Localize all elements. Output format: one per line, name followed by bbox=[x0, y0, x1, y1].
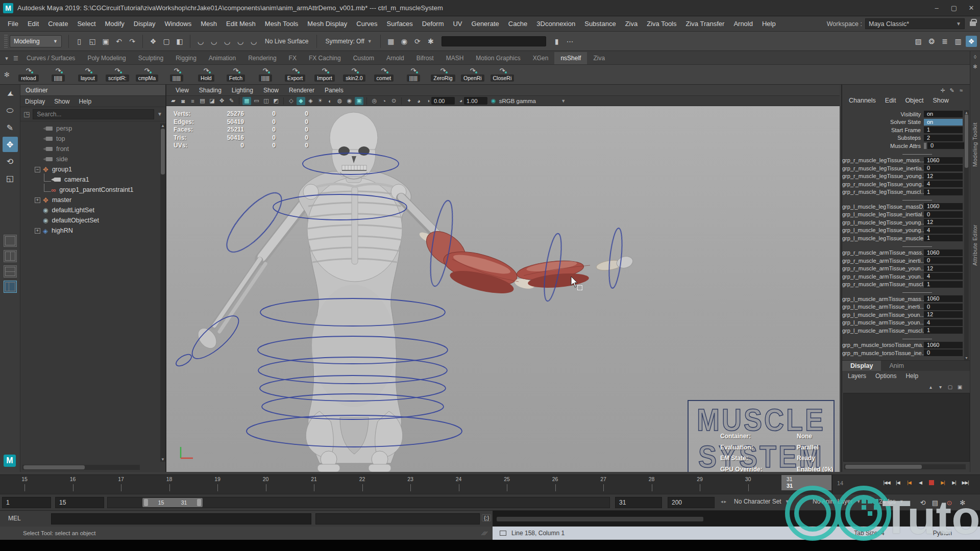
shelf-button-item[interactable]: ↷|||||| bbox=[162, 68, 191, 82]
select-component-icon[interactable]: ◧ bbox=[174, 36, 185, 47]
empty-layer-icon[interactable]: ▢ bbox=[945, 383, 955, 391]
shelf-list-icon[interactable]: ☰ bbox=[11, 55, 20, 62]
camera-attributes-icon[interactable]: ≡ bbox=[188, 97, 197, 105]
step-forward-frame-button[interactable]: ▶| bbox=[948, 477, 960, 488]
fps-select[interactable]: 24 fps▼ bbox=[879, 498, 904, 505]
expression-icon[interactable]: ✎ bbox=[947, 86, 957, 94]
range-start-handle[interactable] bbox=[144, 499, 148, 506]
channel-value-field[interactable]: 0 bbox=[924, 257, 963, 264]
menu-item-curves[interactable]: Curves bbox=[352, 18, 382, 30]
bookmark-icon[interactable]: ▤ bbox=[930, 497, 940, 508]
menu-item-mesh-display[interactable]: Mesh Display bbox=[303, 18, 352, 30]
shelf-button-scriptr[interactable]: ↷scriptR: bbox=[103, 68, 132, 82]
channel-value-field[interactable]: 0 bbox=[924, 349, 963, 356]
menu-item-edit-mesh[interactable]: Edit Mesh bbox=[222, 18, 260, 30]
menu-item-edit[interactable]: Edit bbox=[23, 18, 43, 30]
channel-value-field[interactable]: 0 bbox=[924, 165, 963, 171]
menu-item-substance[interactable]: Substance bbox=[580, 18, 620, 30]
save-scene-icon[interactable]: ▣ bbox=[100, 36, 111, 47]
render-view-icon[interactable]: ▦ bbox=[385, 36, 397, 47]
menu-set-select[interactable]: Modeling ▼ bbox=[10, 35, 62, 47]
channel-value-field[interactable]: 0 bbox=[924, 211, 963, 218]
step-forward-key-button[interactable]: ▶| bbox=[937, 477, 948, 488]
shelf-tab-fx[interactable]: FX bbox=[283, 52, 303, 64]
gate-mask-icon[interactable]: ◩ bbox=[272, 97, 280, 105]
menu-item-deform[interactable]: Deform bbox=[418, 18, 449, 30]
range-end-handle[interactable] bbox=[197, 499, 201, 506]
menu-item-windows[interactable]: Windows bbox=[160, 18, 196, 30]
channel-box-menu-channels[interactable]: Channels bbox=[844, 96, 880, 105]
channel-value-field[interactable]: 1060 bbox=[924, 295, 963, 302]
outliner-horizontal-scrollbar[interactable] bbox=[22, 465, 140, 470]
film-gate-icon[interactable]: ▭ bbox=[252, 97, 261, 105]
viewport-menu-view[interactable]: View bbox=[170, 85, 194, 95]
shelf-tab-mash[interactable]: MASH bbox=[440, 52, 470, 64]
select-object-icon[interactable]: ▢ bbox=[161, 36, 172, 47]
current-frame-indicator[interactable]: 31 31 bbox=[781, 475, 831, 490]
bookmark-icon[interactable]: ▤ bbox=[198, 97, 207, 105]
grease-pencil-icon[interactable]: ✎ bbox=[227, 97, 236, 105]
menu-item-display[interactable]: Display bbox=[129, 18, 160, 30]
character-set-select[interactable]: No Character Set▼ bbox=[734, 498, 790, 505]
expander-icon[interactable]: − bbox=[35, 167, 40, 172]
shelf-button-import[interactable]: ↷Import bbox=[310, 68, 339, 82]
outliner-item-highrn[interactable]: +◈highRN bbox=[20, 226, 160, 236]
command-feedback[interactable] bbox=[315, 513, 480, 524]
isolate-select-icon[interactable]: ◎ bbox=[370, 97, 379, 105]
shelf-button-item[interactable]: ↷|||||| bbox=[399, 68, 428, 82]
viewport-menu-renderer[interactable]: Renderer bbox=[284, 85, 320, 95]
range-slider-track[interactable]: 15 31 bbox=[107, 497, 610, 508]
channel-value-field[interactable]: 4 bbox=[924, 319, 963, 326]
xray-icon[interactable]: ◔ bbox=[380, 97, 388, 105]
camera-lock-icon[interactable]: ◙ bbox=[179, 97, 187, 105]
shelf-tab-custom[interactable]: Custom bbox=[347, 52, 380, 64]
loop-icon[interactable]: ⟲ bbox=[918, 497, 928, 508]
rotate-tool[interactable]: ⟲ bbox=[3, 154, 18, 169]
time-slider[interactable]: 15161718192021222324252627282930 31 31 1… bbox=[0, 474, 980, 494]
toggle-modeling-toolkit-icon[interactable]: ▨ bbox=[913, 36, 924, 47]
shelf-button-openri[interactable]: ↷OpenRi bbox=[458, 68, 487, 82]
outliner-menu-show[interactable]: Show bbox=[50, 96, 74, 107]
resize-grip[interactable]: /// bbox=[480, 531, 488, 536]
viewport-menu-show[interactable]: Show bbox=[258, 85, 284, 95]
animation-end-field[interactable]: 200 bbox=[668, 497, 715, 508]
xray-joints-icon[interactable]: ⊙ bbox=[389, 97, 398, 105]
shaded-icon[interactable]: ◆ bbox=[297, 97, 305, 105]
go-to-end-button[interactable]: ▶▶| bbox=[960, 477, 971, 488]
shelf-tab-rendering[interactable]: Rendering bbox=[242, 52, 282, 64]
channel-value-field[interactable]: 1 bbox=[924, 281, 963, 288]
render-settings-icon[interactable]: ✱ bbox=[425, 36, 436, 47]
menu-item-modify[interactable]: Modify bbox=[101, 18, 129, 30]
motion-blur-icon[interactable]: ◉ bbox=[345, 97, 354, 105]
maximize-button[interactable]: ▢ bbox=[945, 2, 963, 15]
search-input[interactable]: Search... bbox=[33, 109, 154, 119]
expand-all-icon[interactable]: ◳ bbox=[23, 110, 30, 118]
layout-single-pane-button[interactable] bbox=[4, 235, 17, 247]
shelf-button-zerorig[interactable]: ↷ZeroRig bbox=[429, 68, 457, 82]
outliner-item-defaultlightset[interactable]: ◉defaultLightSet bbox=[20, 205, 160, 215]
menu-item-cache[interactable]: Cache bbox=[504, 18, 532, 30]
menu-item-mesh-tools[interactable]: Mesh Tools bbox=[260, 18, 303, 30]
menu-item-ziva[interactable]: Ziva bbox=[621, 18, 643, 30]
viewport-menu-panels[interactable]: Panels bbox=[320, 85, 349, 95]
pin-icon[interactable]: ◊ bbox=[971, 53, 979, 61]
grid-icon[interactable]: ▦ bbox=[242, 97, 251, 105]
channel-value-field[interactable]: 1 bbox=[924, 189, 963, 195]
channel-value-field[interactable]: 1060 bbox=[924, 203, 963, 210]
anim-layer-select[interactable]: No Anim Layer▼ bbox=[813, 498, 861, 505]
toggle-attribute-editor-icon[interactable]: ≣ bbox=[939, 36, 950, 47]
snap-projected-center-icon[interactable]: ◡ bbox=[235, 36, 246, 47]
outliner-menu-display[interactable]: Display bbox=[20, 96, 50, 107]
stop-button[interactable] bbox=[926, 477, 937, 488]
use-all-lights-icon[interactable]: ☀ bbox=[316, 97, 325, 105]
manipulator-icon[interactable]: ✛ bbox=[938, 86, 947, 94]
shelf-tab-fx-caching[interactable]: FX Caching bbox=[303, 52, 347, 64]
channel-value-field[interactable]: 1 bbox=[924, 235, 963, 241]
symmetry-select[interactable]: Symmetry: Off▼ bbox=[321, 35, 376, 47]
move-layer-up-icon[interactable]: ▴ bbox=[926, 383, 936, 391]
outliner-item-defaultobjectset[interactable]: ◉defaultObjectSet bbox=[20, 215, 160, 226]
gear-icon[interactable]: ✻ bbox=[971, 62, 979, 70]
snap-point-icon[interactable]: ◡ bbox=[222, 36, 233, 47]
no-live-surface-button[interactable]: No Live Surface bbox=[260, 35, 313, 47]
shelf-button-item[interactable]: ↷|||||| bbox=[44, 68, 72, 82]
